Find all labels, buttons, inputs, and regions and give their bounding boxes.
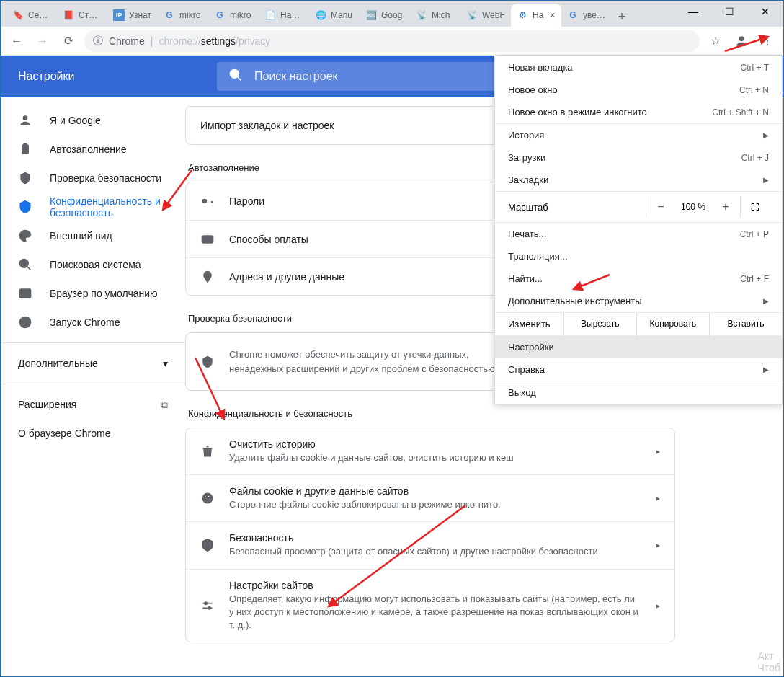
shield-icon (200, 538, 215, 552)
cookies-row[interactable]: Файлы cookie и другие данные сайтовСторо… (186, 474, 674, 521)
svg-point-0 (739, 36, 744, 41)
menu-settings[interactable]: Настройки (495, 336, 782, 358)
browser-tab[interactable]: 🔖Серви (6, 4, 57, 27)
cookie-icon (200, 491, 215, 505)
sliders-icon (200, 598, 215, 613)
menu-more-tools[interactable]: Дополнительные инструменты▶ (495, 290, 782, 312)
search-placeholder: Поиск настроек (254, 70, 338, 83)
sidebar-item-search[interactable]: Поисковая система (1, 250, 185, 279)
shield-icon (200, 355, 215, 369)
chevron-right-icon: ▶ (763, 176, 769, 184)
sidebar-item-appearance[interactable]: Внешний вид (1, 221, 185, 250)
zoom-out-button[interactable]: − (646, 196, 675, 218)
fullscreen-button[interactable] (740, 196, 769, 218)
menu-paste[interactable]: Вставить (709, 313, 782, 335)
sidebar-item-default-browser[interactable]: Браузер по умолчанию (1, 279, 185, 308)
bookmark-star-icon[interactable]: ☆ (705, 31, 726, 51)
window-minimize-button[interactable]: — (686, 4, 700, 19)
menu-help[interactable]: Справка▶ (495, 358, 782, 381)
sidebar: Я и Google Автозаполнение Проверка безоп… (1, 97, 185, 676)
palette-icon (18, 229, 32, 243)
site-settings-row[interactable]: Настройки сайтовОпределяет, какую информ… (186, 569, 674, 642)
browser-tab[interactable]: IPУзнат (107, 4, 158, 27)
settings-title: Настройки (1, 70, 217, 83)
sidebar-item-advanced[interactable]: Дополнительные▾ (1, 349, 185, 378)
security-row[interactable]: БезопасностьБезопасный просмотр (защита … (186, 521, 674, 568)
sidebar-item-autofill[interactable]: Автозаполнение (1, 135, 185, 164)
chevron-right-icon: ▶ (763, 366, 769, 373)
browser-tab[interactable]: Gmikro (158, 4, 208, 27)
browser-tab[interactable]: 🌐Manu (309, 4, 360, 27)
chevron-down-icon: ▾ (163, 358, 168, 369)
menu-cast[interactable]: Трансляция... (495, 245, 782, 267)
close-icon[interactable]: × (550, 9, 556, 21)
favicon-icon: 🌐 (315, 9, 326, 21)
browser-tab[interactable]: 📡Mich (410, 4, 460, 27)
window-maximize-button[interactable]: ☐ (722, 4, 736, 19)
tab-strip: 🔖Серви 📕Статы IPУзнат Gmikro Gmikro 📄Нас… (1, 1, 783, 27)
favicon-icon: G (164, 9, 175, 21)
svg-point-15 (202, 493, 213, 504)
favicon-icon: 🔤 (365, 9, 377, 21)
card-icon (200, 232, 215, 247)
zoom-value: 100 % (675, 202, 711, 212)
browser-tab[interactable]: 🔤Goog (360, 4, 410, 27)
location-icon (200, 270, 215, 284)
settings-search[interactable]: Поиск настроек (217, 62, 509, 91)
menu-print[interactable]: Печать...Ctrl + P (495, 223, 782, 245)
chevron-right-icon: ▸ (656, 540, 660, 550)
browser-tab[interactable]: Gmikro (208, 4, 259, 27)
shield-icon (18, 200, 32, 214)
svg-point-21 (205, 602, 207, 604)
menu-history[interactable]: История▶ (495, 124, 782, 146)
window-close-button[interactable]: ✕ (758, 4, 772, 19)
menu-new-window[interactable]: Новое окноCtrl + N (495, 79, 782, 101)
menu-zoom: Масштаб − 100 % + (495, 192, 782, 222)
sidebar-item-about[interactable]: О браузере Chrome (1, 419, 185, 448)
gear-icon: ⚙ (517, 9, 528, 21)
menu-incognito[interactable]: Новое окно в режиме инкогнитоCtrl + Shif… (495, 101, 782, 123)
browser-tab[interactable]: 📡WebF (460, 4, 511, 27)
menu-cut[interactable]: Вырезать (564, 313, 636, 335)
svg-point-3 (23, 115, 28, 120)
browser-tab[interactable]: 📕Статы (57, 4, 107, 27)
browser-tab[interactable]: 📄Настр (259, 4, 309, 27)
user-icon (18, 113, 32, 128)
svg-point-6 (20, 260, 29, 268)
clear-data-row[interactable]: Очистить историюУдалить файлы cookie и д… (186, 428, 674, 474)
shield-check-icon (18, 171, 32, 185)
favicon-icon: 📕 (63, 9, 74, 21)
browser-tab[interactable]: Gуведо (561, 4, 612, 27)
trash-icon (200, 444, 215, 459)
profile-avatar-icon[interactable] (731, 31, 752, 51)
chrome-menu-button[interactable]: ⋮ (757, 31, 778, 51)
address-bar[interactable]: ⓘ Chrome | chrome://settings/privacy (84, 30, 700, 52)
svg-point-1 (231, 70, 239, 79)
sidebar-item-google[interactable]: Я и Google (1, 106, 185, 135)
zoom-in-button[interactable]: + (711, 196, 740, 218)
power-icon (18, 315, 32, 329)
forward-button[interactable]: → (32, 31, 53, 51)
menu-new-tab[interactable]: Новая вкладкаCtrl + T (495, 56, 782, 79)
sidebar-item-safety[interactable]: Проверка безопасности (1, 164, 185, 193)
browser-tab-active[interactable]: ⚙На× (511, 4, 561, 27)
chevron-right-icon: ▸ (656, 601, 660, 611)
menu-exit[interactable]: Выход (495, 381, 782, 404)
svg-line-7 (27, 267, 31, 270)
chevron-right-icon: ▶ (763, 131, 769, 139)
menu-copy[interactable]: Копировать (636, 313, 709, 335)
menu-downloads[interactable]: ЗагрузкиCtrl + J (495, 146, 782, 169)
sidebar-item-privacy[interactable]: Конфиденциальность и безопасность (1, 193, 185, 221)
new-tab-button[interactable]: + (612, 6, 632, 27)
favicon-icon: G (567, 9, 579, 21)
svg-point-16 (205, 497, 207, 498)
sidebar-item-startup[interactable]: Запуск Chrome (1, 308, 185, 337)
svg-rect-8 (20, 289, 31, 298)
back-button[interactable]: ← (6, 31, 27, 51)
sidebar-item-extensions[interactable]: Расширения⧉ (1, 390, 185, 419)
site-info-icon[interactable]: ⓘ (93, 35, 103, 48)
menu-find[interactable]: Найти...Ctrl + F (495, 267, 782, 290)
menu-bookmarks[interactable]: Закладки▶ (495, 169, 782, 191)
url-scheme: Chrome (109, 35, 145, 47)
reload-button[interactable]: ⟳ (58, 31, 79, 51)
